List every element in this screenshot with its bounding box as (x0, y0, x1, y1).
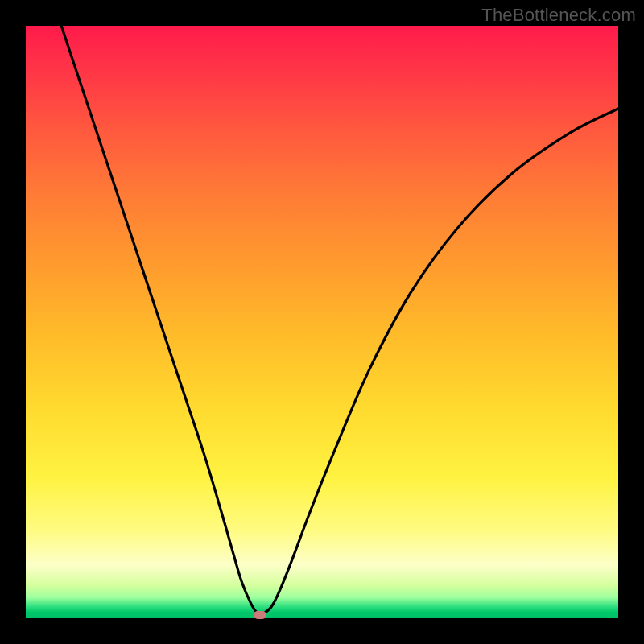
bottleneck-curve (61, 26, 618, 614)
optimal-marker (254, 611, 266, 619)
plot-area (26, 26, 618, 618)
chart-frame: TheBottleneck.com (0, 0, 644, 644)
watermark-text: TheBottleneck.com (481, 5, 636, 26)
curve-svg (26, 26, 618, 618)
